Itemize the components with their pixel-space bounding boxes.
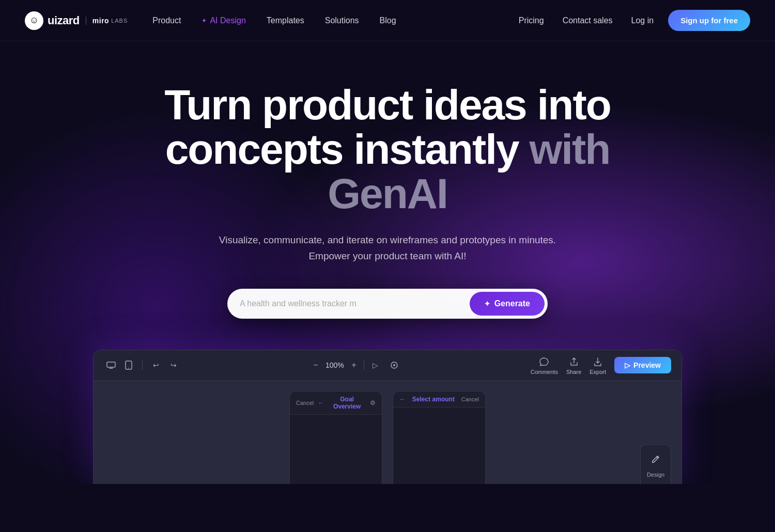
export-button[interactable]: Export <box>590 355 606 375</box>
nav-link-templates[interactable]: Templates <box>258 12 313 29</box>
phone-1-title: Goal Overview <box>328 396 366 410</box>
phone-1-cancel[interactable]: Cancel <box>296 400 314 406</box>
nav-link-product[interactable]: Product <box>144 12 189 29</box>
app-preview: ↩ ↪ − 100% + ▷ <box>93 350 682 484</box>
nav-links-left: Product AI Design Templates Solutions Bl… <box>144 12 404 29</box>
comments-button[interactable]: Comments <box>531 355 558 375</box>
export-label: Export <box>590 369 606 375</box>
nav-link-solutions[interactable]: Solutions <box>317 12 367 29</box>
cursor-icon[interactable] <box>387 358 401 372</box>
nav-link-ai-design[interactable]: AI Design <box>193 12 254 29</box>
miro-text: miro <box>92 17 109 25</box>
toolbar-left: ↩ ↪ <box>104 358 181 372</box>
preview-play-icon: ▷ <box>625 361 630 369</box>
share-icon <box>568 355 580 368</box>
sign-up-button[interactable]: Sign up for free <box>668 10 750 31</box>
hero-section: Turn product ideas into concepts instant… <box>0 41 775 484</box>
undo-icon[interactable]: ↩ <box>149 358 163 372</box>
nav-link-pricing[interactable]: Pricing <box>510 12 552 29</box>
zoom-in-button[interactable]: + <box>348 359 360 371</box>
preview-label: Preview <box>633 361 661 369</box>
miro-badge: miro LABS <box>86 17 128 25</box>
toolbar-separator-2 <box>364 360 364 370</box>
phone-2-back-arrow[interactable]: ← <box>399 396 406 403</box>
nav-link-blog[interactable]: Blog <box>371 12 405 29</box>
toolbar-history-icons: ↩ ↪ <box>149 358 181 372</box>
comments-label: Comments <box>531 369 558 375</box>
app-canvas: Cancel ← Goal Overview ⚙ ← Select amount… <box>94 381 681 484</box>
phone-2-header: ← Select amount Cancel <box>393 392 485 408</box>
hero-title: Turn product ideas into concepts instant… <box>155 83 620 216</box>
toolbar-device-icons <box>104 358 136 372</box>
phone-mockup-1: Cancel ← Goal Overview ⚙ <box>289 391 382 484</box>
generate-button[interactable]: Generate <box>470 292 545 316</box>
labs-text: LABS <box>111 18 128 24</box>
share-label: Share <box>566 369 581 375</box>
hero-subtitle: Visualize, communicate, and iterate on w… <box>212 232 563 264</box>
preview-button[interactable]: ▷ Preview <box>614 357 671 373</box>
toolbar-separator-1 <box>142 360 143 370</box>
comments-icon <box>538 355 550 368</box>
play-icon[interactable]: ▷ <box>368 358 383 372</box>
logo-area: ☺ uizard miro LABS <box>25 11 128 30</box>
phone-1-body <box>290 415 382 484</box>
svg-rect-0 <box>107 362 115 367</box>
pencil-icon <box>647 451 664 467</box>
navbar: ☺ uizard miro LABS Product AI Design Tem… <box>0 0 775 41</box>
nav-link-login[interactable]: Log in <box>623 12 662 29</box>
phone-1-header: Cancel ← Goal Overview ⚙ <box>290 392 382 415</box>
svg-point-2 <box>128 368 129 369</box>
design-panel-label: Design <box>647 472 664 478</box>
zoom-out-button[interactable]: − <box>310 359 321 371</box>
phone-mockup-2: ← Select amount Cancel <box>393 391 486 484</box>
svg-point-4 <box>393 364 395 366</box>
phone-2-body <box>393 408 485 484</box>
redo-icon[interactable]: ↪ <box>166 358 181 372</box>
app-toolbar: ↩ ↪ − 100% + ▷ <box>94 350 681 381</box>
nav-link-contact-sales[interactable]: Contact sales <box>554 12 621 29</box>
hero-title-line1: Turn product ideas into <box>164 81 611 128</box>
zoom-level: 100% <box>324 361 345 369</box>
export-icon <box>592 355 604 368</box>
toolbar-right: Comments Share <box>531 355 671 375</box>
uizard-logo-text: uizard <box>48 14 80 27</box>
share-button[interactable]: Share <box>566 355 581 375</box>
uizard-logo[interactable]: ☺ uizard <box>25 11 80 30</box>
nav-left: ☺ uizard miro LABS Product AI Design Tem… <box>25 11 405 30</box>
phone-2-cancel[interactable]: Cancel <box>461 396 479 402</box>
zoom-controls: − 100% + <box>310 359 360 371</box>
nav-right: Pricing Contact sales Log in Sign up for… <box>510 10 750 31</box>
phone-1-settings-icon[interactable]: ⚙ <box>370 399 376 406</box>
hero-content: Turn product ideas into concepts instant… <box>25 83 750 319</box>
desktop-icon[interactable] <box>104 358 118 372</box>
toolbar-center: − 100% + ▷ <box>310 358 401 372</box>
uizard-logo-icon: ☺ <box>25 11 43 30</box>
phone-1-back-arrow[interactable]: ← <box>318 399 324 406</box>
mobile-icon[interactable] <box>121 358 136 372</box>
phone-2-title: Select amount <box>410 396 457 403</box>
generate-input[interactable] <box>240 299 470 308</box>
design-panel[interactable]: Design <box>640 444 671 484</box>
hero-title-line2-white: concepts instantly <box>165 126 519 173</box>
generate-box: Generate <box>227 289 548 319</box>
